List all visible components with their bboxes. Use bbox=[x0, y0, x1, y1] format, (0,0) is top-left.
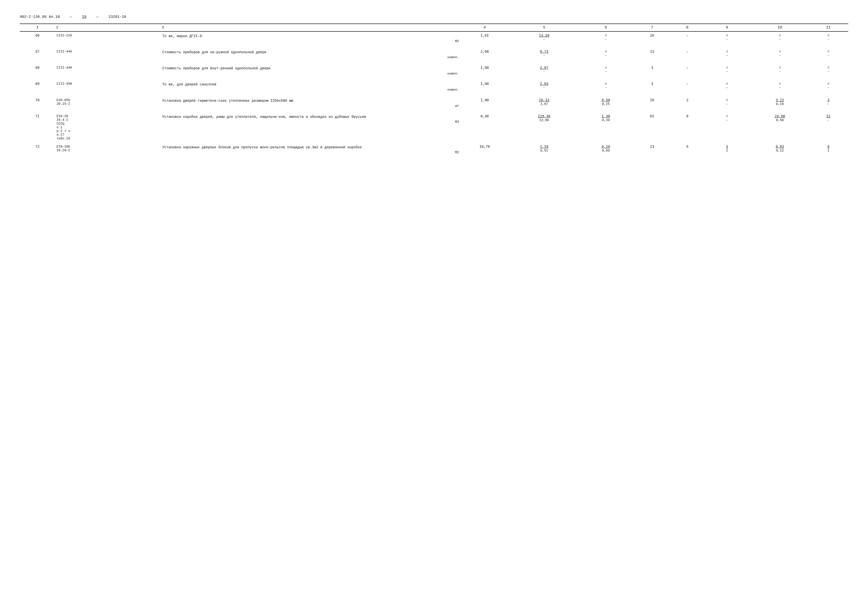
col10-value: =– bbox=[751, 64, 808, 78]
form-number: 23281-10 bbox=[108, 15, 126, 19]
col6-value: 0,500,I5 bbox=[580, 96, 632, 110]
row-description: Установка коробки дверей, рамы для утепл… bbox=[161, 112, 460, 141]
col9-value: =– bbox=[703, 112, 751, 141]
row-unit: М2 bbox=[162, 39, 459, 45]
col6-value: =– bbox=[580, 64, 632, 78]
col5-value: 2,97– bbox=[509, 64, 580, 78]
col5-value: I,I90,5I bbox=[509, 143, 580, 157]
col8-value: 5 bbox=[672, 143, 703, 157]
row-description: Установка наружных дверных блоков для пр… bbox=[161, 143, 460, 157]
table-row: 69CIII–450То же, для дверей санузловкомп… bbox=[20, 80, 848, 94]
col4-value: I,00 bbox=[460, 96, 509, 110]
table-row: 68CIII–448Стоимость приборов для внут-ре… bbox=[20, 64, 848, 78]
col-header-3: 3 bbox=[161, 24, 460, 31]
col-header-11: II bbox=[809, 24, 848, 31]
col4-value: 2,00 bbox=[460, 48, 509, 62]
col4-value: I,00 bbox=[460, 64, 509, 78]
col11-value: 9I bbox=[809, 143, 848, 157]
col10-value: =– bbox=[751, 31, 808, 46]
spacer-row bbox=[20, 94, 848, 96]
col6-value: =– bbox=[580, 48, 632, 62]
col11-value: I2– bbox=[809, 112, 848, 141]
row-code: EI0–28 I0.4-I СССЦ ч.I р.2 т.ч. п.I7 таб… bbox=[55, 112, 161, 141]
col9-value: 3I bbox=[703, 143, 751, 157]
col7-value: 3 bbox=[632, 64, 672, 78]
col9-value: =– bbox=[703, 96, 751, 110]
spacer-row bbox=[20, 141, 848, 143]
col5-value: I4,20– bbox=[509, 31, 580, 46]
row-unit: компл. bbox=[162, 55, 459, 61]
row-unit: М3 bbox=[162, 119, 459, 126]
col9-value: =– bbox=[703, 31, 751, 46]
page-number: 19 bbox=[82, 15, 86, 19]
col11-value: 3– bbox=[809, 96, 848, 110]
col8-value: – bbox=[672, 48, 703, 62]
row-description: Стоимость приборов для на-ружной однопол… bbox=[161, 48, 460, 62]
table-row: 7IEI0–28 I0.4-I СССЦ ч.I р.2 т.ч. п.I7 т… bbox=[20, 112, 848, 141]
col-header-2: 2 bbox=[55, 24, 161, 31]
table-row: 67CIII–446Стоимость приборов для на-ружн… bbox=[20, 48, 848, 62]
row-number: 7I bbox=[20, 112, 55, 141]
row-code: CIII–446 bbox=[55, 48, 161, 62]
table-row: 72EI0–I06 I0.20–2Установка наружных двер… bbox=[20, 143, 848, 157]
col-header-8: 8 bbox=[672, 24, 703, 31]
row-description: Стоимость приборов для внут-ренний одноп… bbox=[161, 64, 460, 78]
column-header-row: I 2 3 4 5 6 7 8 9 IO II bbox=[20, 24, 848, 31]
col4-value: I,8I bbox=[460, 31, 509, 46]
col4-value: I0,78 bbox=[460, 143, 509, 157]
col-header-4: 4 bbox=[460, 24, 509, 31]
row-code: CI22–2I8 bbox=[55, 31, 161, 46]
col-header-9: 9 bbox=[703, 24, 751, 31]
col7-value: 26 bbox=[632, 31, 672, 46]
col5-value: I29,36I2,90 bbox=[509, 112, 580, 141]
col9-value: =– bbox=[703, 64, 751, 78]
header-dash2: — bbox=[96, 15, 99, 19]
table-row: 66CI22–2I8То же, марки ДГ2I–9М2I,8II4,20… bbox=[20, 31, 848, 46]
spacer-row bbox=[20, 46, 848, 48]
col10-value: 0,830,I2 bbox=[751, 143, 808, 157]
col10-value: =– bbox=[751, 80, 808, 94]
col9-value: =– bbox=[703, 48, 751, 62]
spacer-row bbox=[20, 78, 848, 80]
col10-value: =– bbox=[751, 48, 808, 62]
col11-value: =– bbox=[809, 31, 848, 46]
col9-value: =– bbox=[703, 80, 751, 94]
col7-value: I3 bbox=[632, 48, 672, 62]
row-unit: М2 bbox=[162, 150, 459, 157]
doc-number: 902-I-136.88 Ал.10 bbox=[20, 15, 60, 19]
col7-value: I3 bbox=[632, 143, 672, 157]
col11-value: =– bbox=[809, 64, 848, 78]
row-description: То же, марки ДГ2I–9М2 bbox=[161, 31, 460, 46]
table-row: 70E20–656 20.I5-IУстановка дверей гермет… bbox=[20, 96, 848, 110]
row-number: 66 bbox=[20, 31, 55, 46]
col4-value: I,00 bbox=[460, 80, 509, 94]
main-table: I 2 3 4 5 6 7 8 9 IO II 66CI22–2I8То же,… bbox=[20, 23, 848, 159]
col7-value: I6 bbox=[632, 96, 672, 110]
col11-value: =– bbox=[809, 80, 848, 94]
col8-value: 6 bbox=[672, 112, 703, 141]
row-number: 68 bbox=[20, 64, 55, 78]
row-number: 70 bbox=[20, 96, 55, 110]
col-header-1: I bbox=[20, 24, 55, 31]
col5-value: 0,73– bbox=[509, 48, 580, 62]
col-header-5: 5 bbox=[509, 24, 580, 31]
header-row: 902-I-136.88 Ал.10 — 19 — 23281-10 bbox=[20, 15, 848, 19]
row-unit: компл. bbox=[162, 71, 459, 78]
col-header-7: 7 bbox=[632, 24, 672, 31]
col6-value: I,300,39 bbox=[580, 112, 632, 141]
col8-value: 2 bbox=[672, 96, 703, 110]
row-code: EI0–I06 I0.20–2 bbox=[55, 143, 161, 157]
col7-value: 62 bbox=[632, 112, 672, 141]
col4-value: 0,48 bbox=[460, 112, 509, 141]
header-dash: — bbox=[70, 15, 72, 19]
col6-value: =– bbox=[580, 80, 632, 94]
col8-value: – bbox=[672, 64, 703, 78]
col-header-10: IO bbox=[751, 24, 808, 31]
row-description: Установка дверей герметиче-ских утепленн… bbox=[161, 96, 460, 110]
row-code: CIII–448 bbox=[55, 64, 161, 78]
col5-value: I6,32I,97 bbox=[509, 96, 580, 110]
row-code: CIII–450 bbox=[55, 80, 161, 94]
col11-value: =– bbox=[809, 48, 848, 62]
col7-value: 3 bbox=[632, 80, 672, 94]
row-description: То же, для дверей санузловкомпл. bbox=[161, 80, 460, 94]
